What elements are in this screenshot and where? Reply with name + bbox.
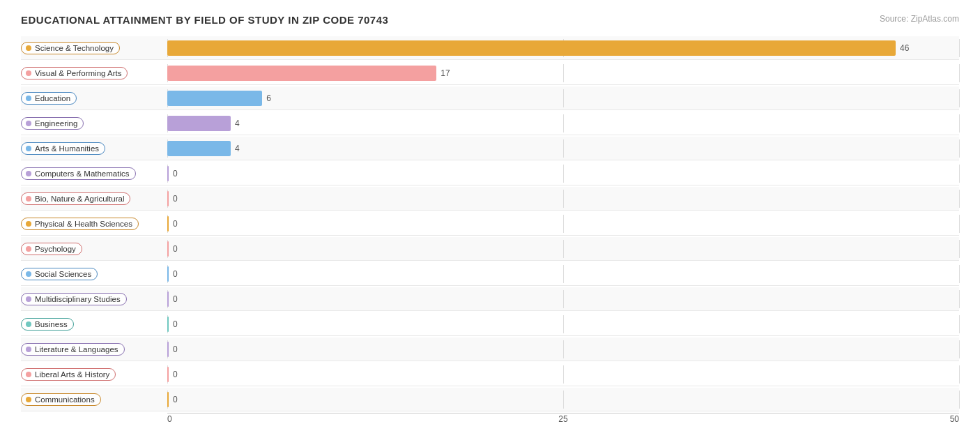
bar-value: 0 xyxy=(173,244,178,254)
grid-line xyxy=(959,165,960,183)
grid-line xyxy=(959,315,960,333)
grid-line xyxy=(563,139,564,158)
grid-line xyxy=(563,365,564,384)
grid-line xyxy=(563,64,564,82)
grid-line xyxy=(563,340,564,358)
label-dot xyxy=(26,372,31,377)
label-pill: Communications xyxy=(21,393,101,406)
bar-label: Multidisciplinary Studies xyxy=(21,293,167,305)
bar-label: Computers & Mathematics xyxy=(21,167,167,180)
bar-value: 6 xyxy=(266,93,271,103)
bar-row: Engineering4 xyxy=(21,112,959,135)
bar-label: Arts & Humanities xyxy=(21,142,167,155)
bar-container: 0 xyxy=(167,367,959,382)
label-pill: Science & Technology xyxy=(21,42,120,54)
bar-row: Bio, Nature & Agricultural0 xyxy=(21,187,959,211)
label-text: Literature & Languages xyxy=(35,345,118,354)
grid-line xyxy=(959,340,960,358)
bar-label: Literature & Languages xyxy=(21,343,167,356)
bar xyxy=(167,367,169,382)
label-pill: Business xyxy=(21,318,74,331)
bar-value: 0 xyxy=(173,294,178,304)
label-dot xyxy=(26,171,31,176)
label-text: Visual & Performing Arts xyxy=(35,69,121,77)
label-text: Physical & Health Sciences xyxy=(35,220,132,228)
bar-container: 0 xyxy=(167,166,959,181)
bar xyxy=(167,141,231,156)
bar xyxy=(167,266,169,282)
bar-row: Visual & Performing Arts17 xyxy=(21,61,959,85)
chart-title: EDUCATIONAL ATTAINMENT BY FIELD OF STUDY… xyxy=(21,14,388,26)
grid-line xyxy=(563,89,564,107)
bar xyxy=(167,317,169,332)
bar-container: 46 xyxy=(167,40,959,56)
label-pill: Social Sciences xyxy=(21,268,98,280)
bar xyxy=(167,191,169,206)
label-pill: Psychology xyxy=(21,243,82,255)
grid-line xyxy=(959,390,960,409)
grid-line xyxy=(959,215,960,233)
label-pill: Literature & Languages xyxy=(21,343,125,356)
bar-label: Liberal Arts & History xyxy=(21,368,167,381)
bar-row: Literature & Languages0 xyxy=(21,337,959,361)
label-dot xyxy=(26,70,31,76)
label-pill: Liberal Arts & History xyxy=(21,368,116,381)
label-dot xyxy=(26,271,31,277)
bar-row: Computers & Mathematics0 xyxy=(21,162,959,185)
bar-value: 0 xyxy=(173,319,178,329)
label-pill: Bio, Nature & Agricultural xyxy=(21,192,130,205)
label-text: Social Sciences xyxy=(35,270,91,278)
grid-line xyxy=(563,265,564,283)
source-label: Source: ZipAtlas.com xyxy=(880,14,959,24)
label-text: Science & Technology xyxy=(35,44,114,52)
bar-value: 0 xyxy=(173,344,178,354)
bar-value: 0 xyxy=(173,219,178,229)
label-text: Business xyxy=(35,320,68,328)
grid-line xyxy=(959,190,960,208)
bar-value: 0 xyxy=(173,169,178,179)
bar-container: 0 xyxy=(167,241,959,257)
bar-row: Liberal Arts & History0 xyxy=(21,363,959,386)
grid-line xyxy=(959,265,960,283)
bar-row: Arts & Humanities4 xyxy=(21,137,959,160)
label-dot xyxy=(26,296,31,302)
grid-line xyxy=(563,165,564,183)
bar-row: Physical & Health Sciences0 xyxy=(21,212,959,236)
bar-value: 0 xyxy=(173,370,178,379)
label-dot xyxy=(26,96,31,101)
bar-label: Engineering xyxy=(21,117,167,130)
label-pill: Education xyxy=(21,92,77,105)
bar xyxy=(167,392,169,407)
x-labels: 0 25 50 xyxy=(167,414,959,424)
label-text: Multidisciplinary Studies xyxy=(35,295,121,303)
grid-line xyxy=(959,365,960,384)
label-pill: Computers & Mathematics xyxy=(21,167,136,180)
grid-line xyxy=(563,190,564,208)
grid-line xyxy=(563,215,564,233)
x-label-25: 25 xyxy=(431,414,696,424)
grid-line xyxy=(563,290,564,308)
bar xyxy=(167,216,169,232)
bar-container: 6 xyxy=(167,91,959,106)
label-dot xyxy=(26,221,31,227)
x-label-50: 50 xyxy=(695,414,959,424)
bar-label: Business xyxy=(21,318,167,331)
bar-container: 0 xyxy=(167,191,959,206)
bar-row: Science & Technology46 xyxy=(21,36,959,60)
grid-line xyxy=(959,64,960,82)
grid-line xyxy=(563,315,564,333)
label-dot xyxy=(26,397,31,402)
label-text: Engineering xyxy=(35,119,77,128)
bar-label: Communications xyxy=(21,393,167,406)
bar-label: Science & Technology xyxy=(21,42,167,54)
bar xyxy=(167,166,169,181)
bar-container: 0 xyxy=(167,216,959,232)
bar xyxy=(167,66,436,81)
grid-line xyxy=(563,390,564,409)
label-text: Communications xyxy=(35,395,95,404)
bar xyxy=(167,342,169,357)
grid-line xyxy=(563,240,564,258)
grid-line xyxy=(959,139,960,158)
bar-container: 0 xyxy=(167,392,959,407)
label-dot xyxy=(26,196,31,202)
